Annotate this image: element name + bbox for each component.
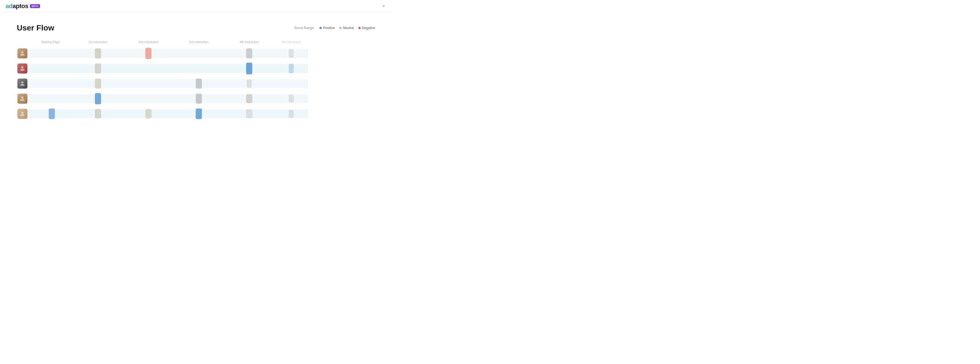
avatar-5 xyxy=(18,109,27,119)
neutral-dot xyxy=(339,27,342,29)
avatar-1 xyxy=(18,48,27,59)
col-header-int2: 2nd interaction xyxy=(123,40,173,44)
column-headers: Starting Page 1st interaction 2nd intera… xyxy=(17,40,375,44)
int5-cell-3 xyxy=(274,76,308,91)
block-4-3 xyxy=(196,93,202,104)
int4-cell-2 xyxy=(224,61,274,76)
positive-dot xyxy=(320,27,322,29)
legend-label: Score Range xyxy=(294,26,314,30)
avatar-cell-1 xyxy=(17,48,28,59)
avatar-3 xyxy=(18,79,27,89)
legend-neutral: Neutral xyxy=(339,26,354,30)
block-5-start xyxy=(49,108,55,119)
svg-point-4 xyxy=(21,112,24,114)
col-header-int5: 5th interaction xyxy=(274,40,308,44)
header: adaptos Beta × xyxy=(0,0,392,12)
block-3-3 xyxy=(196,79,202,89)
logo-g: a xyxy=(6,3,9,9)
block-5-5 xyxy=(289,110,294,118)
block-5-4 xyxy=(246,109,252,118)
int2-cell-2 xyxy=(123,61,173,76)
int1-cell-2 xyxy=(73,61,123,76)
avatar-cell-5 xyxy=(17,109,28,119)
int5-cell-1 xyxy=(274,46,308,61)
flow-row-1 xyxy=(17,46,375,61)
int2-cell-5 xyxy=(123,106,173,121)
block-4-4 xyxy=(246,94,252,103)
block-4-1 xyxy=(95,93,101,104)
int5-cell-2 xyxy=(274,61,308,76)
title-row: User Flow Score Range Positive Neutral N… xyxy=(17,24,375,32)
int4-cell-4 xyxy=(224,91,274,106)
int2-cell-4 xyxy=(123,91,173,106)
avatar-cell-3 xyxy=(17,79,28,89)
flow-chart: Starting Page 1st interaction 2nd intera… xyxy=(17,40,375,121)
logo-rest: aptos xyxy=(13,3,28,9)
negative-dot xyxy=(358,27,361,29)
svg-point-1 xyxy=(21,66,24,68)
beta-badge: Beta xyxy=(30,4,40,8)
legend-negative: Negative xyxy=(358,26,375,30)
positive-label: Positive xyxy=(323,26,335,30)
int2-cell-3 xyxy=(123,76,173,91)
flow-row-5 xyxy=(17,106,375,121)
neutral-label: Neutral xyxy=(343,26,354,30)
starting-cell-5 xyxy=(28,106,73,121)
int1-cell-1 xyxy=(73,46,123,61)
int3-cell-2 xyxy=(173,61,224,76)
svg-point-3 xyxy=(21,97,24,99)
starting-cell-2 xyxy=(28,61,73,76)
int3-cell-1 xyxy=(173,46,224,61)
int3-cell-3 xyxy=(173,76,224,91)
svg-point-0 xyxy=(21,51,24,54)
starting-cell-1 xyxy=(28,46,73,61)
avatar-cell-4 xyxy=(17,93,28,104)
logo-d: d xyxy=(9,3,13,9)
int5-cell-4 xyxy=(274,91,308,106)
legend: Score Range Positive Neutral Negative xyxy=(294,26,375,30)
block-2-1 xyxy=(95,63,101,74)
legend-positive: Positive xyxy=(320,26,335,30)
logo-text: adaptos xyxy=(6,3,28,10)
int4-cell-5 xyxy=(224,106,274,121)
block-1-5 xyxy=(289,49,294,58)
int4-cell-1 xyxy=(224,46,274,61)
starting-cell-3 xyxy=(28,76,73,91)
int3-cell-5 xyxy=(173,106,224,121)
logo: adaptos Beta xyxy=(6,3,40,10)
block-3-4 xyxy=(247,79,252,88)
block-4-5 xyxy=(289,95,294,103)
int5-cell-5 xyxy=(274,106,308,121)
page-title: User Flow xyxy=(17,24,54,32)
int1-cell-5 xyxy=(73,106,123,121)
close-button[interactable]: × xyxy=(381,3,387,9)
starting-cell-4 xyxy=(28,91,73,106)
col-header-starting: Starting Page xyxy=(28,40,73,44)
col-header-int1: 1st interaction xyxy=(73,40,123,44)
avatar-cell-2 xyxy=(17,63,28,74)
block-1-2 xyxy=(145,48,151,59)
block-2-5 xyxy=(289,64,294,73)
int2-cell-1 xyxy=(123,46,173,61)
block-1-1 xyxy=(95,48,101,59)
avatar-4 xyxy=(18,93,27,104)
col-header-int4: 4th interaction xyxy=(224,40,274,44)
main-content: User Flow Score Range Positive Neutral N… xyxy=(0,12,392,133)
block-1-4 xyxy=(246,48,252,59)
block-2-4 xyxy=(246,63,252,74)
int4-cell-3 xyxy=(224,76,274,91)
block-5-1 xyxy=(95,109,101,119)
int1-cell-3 xyxy=(73,76,123,91)
flow-row-2 xyxy=(17,61,375,76)
block-5-3 xyxy=(196,108,202,119)
int3-cell-4 xyxy=(173,91,224,106)
avatar-2 xyxy=(18,63,27,74)
int1-cell-4 xyxy=(73,91,123,106)
flow-rows xyxy=(17,46,375,121)
svg-point-2 xyxy=(21,81,24,84)
col-header-int3: 3rd interaction xyxy=(173,40,224,44)
flow-row-3 xyxy=(17,76,375,91)
block-5-2 xyxy=(145,109,151,119)
flow-row-4 xyxy=(17,91,375,106)
negative-label: Negative xyxy=(362,26,375,30)
